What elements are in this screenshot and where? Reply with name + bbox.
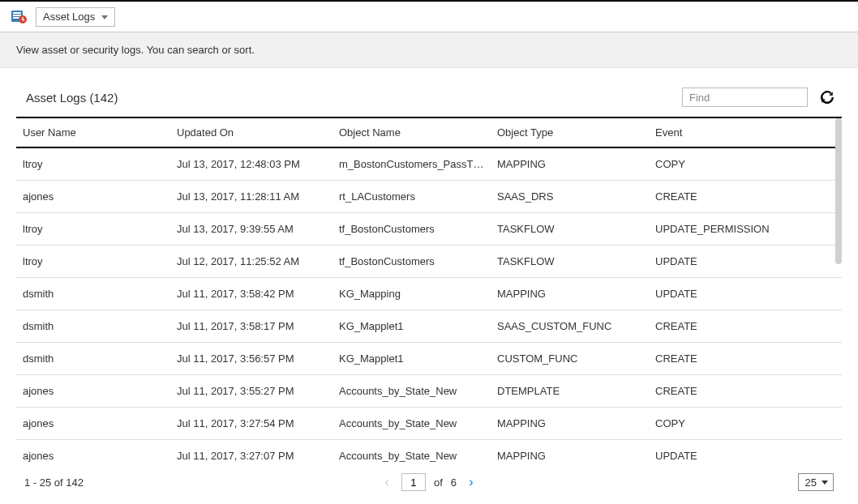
col-header-type[interactable]: Object Type (491, 118, 649, 147)
cell-user: dsmith (16, 278, 170, 310)
cell-event: CREATE (649, 310, 842, 343)
cell-type: MAPPING (491, 147, 649, 181)
col-header-object[interactable]: Object Name (332, 118, 491, 147)
cell-object: tf_BostonCustomers (332, 246, 491, 278)
cell-user: ajones (16, 181, 170, 213)
asset-logs-icon (11, 10, 29, 24)
cell-type: CUSTOM_FUNC (491, 343, 649, 375)
cell-event: UPDATE (649, 246, 842, 278)
cell-event: CREATE (649, 181, 842, 213)
table-row[interactable]: ltroyJul 13, 2017, 9:39:55 AMtf_BostonCu… (16, 213, 842, 246)
cell-event: UPDATE_PERMISSION (649, 213, 842, 246)
cell-object: Accounts_by_State_New (332, 408, 491, 440)
cell-object: m_BostonCustomers_PassThru (332, 147, 491, 181)
col-header-event[interactable]: Event (649, 118, 842, 147)
table-row[interactable]: dsmithJul 11, 2017, 3:56:57 PMKG_Mapplet… (16, 343, 842, 375)
table-row[interactable]: ajonesJul 11, 2017, 3:27:07 PMAccounts_b… (16, 440, 842, 464)
cell-type: SAAS_CUSTOM_FUNC (491, 310, 649, 343)
cell-updated: Jul 11, 2017, 3:56:57 PM (170, 343, 332, 375)
panel-title: Asset Logs (142) (23, 91, 118, 105)
panel-actions (682, 88, 835, 107)
table-row[interactable]: dsmithJul 11, 2017, 3:58:17 PMKG_Mapplet… (16, 310, 842, 343)
table-row[interactable]: ltroyJul 13, 2017, 12:48:03 PMm_BostonCu… (16, 147, 842, 181)
cell-event: CREATE (649, 375, 842, 408)
svg-rect-2 (13, 15, 21, 16)
table-row[interactable]: ajonesJul 11, 2017, 3:27:54 PMAccounts_b… (16, 408, 842, 440)
svg-rect-6 (22, 19, 24, 20)
cell-updated: Jul 13, 2017, 11:28:11 AM (170, 181, 332, 213)
scrollbar-thumb[interactable] (835, 118, 842, 264)
cell-type: MAPPING (491, 278, 649, 310)
pager-of-label: of (434, 476, 443, 489)
cell-updated: Jul 11, 2017, 3:58:17 PM (170, 310, 332, 343)
col-header-updated[interactable]: Updated On (170, 118, 332, 147)
cell-object: KG_Mapplet1 (332, 310, 491, 343)
svg-rect-1 (13, 12, 21, 14)
page-size-dropdown[interactable]: 25 (798, 473, 834, 491)
cell-user: ajones (16, 440, 170, 464)
pager: 1 - 25 of 142 ‹ of 6 › 25 (16, 463, 842, 499)
svg-rect-5 (22, 17, 23, 20)
cell-type: TASKFLOW (491, 246, 649, 278)
prev-page-button[interactable]: ‹ (380, 475, 393, 489)
cell-updated: Jul 11, 2017, 3:58:42 PM (170, 278, 332, 310)
logs-table: User Name Updated On Object Name Object … (16, 118, 842, 463)
cell-updated: Jul 12, 2017, 11:25:52 AM (170, 246, 332, 278)
cell-type: SAAS_DRS (491, 181, 649, 213)
cell-type: MAPPING (491, 408, 649, 440)
panel-header: Asset Logs (142) (16, 79, 842, 117)
cell-object: Accounts_by_State_New (332, 440, 491, 464)
next-page-button[interactable]: › (465, 475, 478, 489)
pager-total-pages: 6 (451, 476, 457, 489)
cell-type: DTEMPLATE (491, 375, 649, 408)
table-row[interactable]: ltroyJul 12, 2017, 11:25:52 AMtf_BostonC… (16, 246, 842, 278)
table-row[interactable]: dsmithJul 11, 2017, 3:58:42 PMKG_Mapping… (16, 278, 842, 310)
logs-panel: Asset Logs (142) User Name Updated O (16, 79, 842, 499)
cell-updated: Jul 13, 2017, 9:39:55 AM (170, 213, 332, 246)
cell-updated: Jul 13, 2017, 12:48:03 PM (170, 147, 332, 181)
cell-user: ltroy (16, 147, 170, 181)
cell-updated: Jul 11, 2017, 3:27:07 PM (170, 440, 332, 464)
sub-header-text: View asset or security logs. You can sea… (0, 32, 858, 68)
toolbar: Asset Logs (0, 2, 858, 32)
cell-event: UPDATE (649, 278, 842, 310)
cell-event: COPY (649, 147, 842, 181)
pager-controls: ‹ of 6 › (380, 473, 478, 491)
cell-type: TASKFLOW (491, 213, 649, 246)
cell-event: CREATE (649, 343, 842, 375)
cell-event: COPY (649, 408, 842, 440)
cell-updated: Jul 11, 2017, 3:27:54 PM (170, 408, 332, 440)
cell-object: KG_Mapping (332, 278, 491, 310)
cell-object: Accounts_by_State_New (332, 375, 491, 408)
log-type-dropdown[interactable]: Asset Logs (36, 7, 115, 27)
cell-user: ajones (16, 408, 170, 440)
cell-object: KG_Mapplet1 (332, 343, 491, 375)
cell-updated: Jul 11, 2017, 3:55:27 PM (170, 375, 332, 408)
log-type-selected: Asset Logs (43, 11, 95, 23)
cell-user: ltroy (16, 246, 170, 278)
table-scroll-area[interactable]: User Name Updated On Object Name Object … (16, 117, 842, 463)
table-header-row: User Name Updated On Object Name Object … (16, 118, 842, 147)
table-row[interactable]: ajonesJul 11, 2017, 3:55:27 PMAccounts_b… (16, 375, 842, 408)
table-row[interactable]: ajonesJul 13, 2017, 11:28:11 AMrt_LACust… (16, 181, 842, 213)
cell-event: UPDATE (649, 440, 842, 464)
cell-user: dsmith (16, 310, 170, 343)
cell-object: tf_BostonCustomers (332, 213, 491, 246)
pager-range-text: 1 - 25 of 142 (24, 476, 84, 489)
cell-type: MAPPING (491, 440, 649, 464)
cell-object: rt_LACustomers (332, 181, 491, 213)
page-size-value: 25 (805, 476, 817, 489)
cell-user: ltroy (16, 213, 170, 246)
refresh-icon (820, 90, 834, 105)
current-page-input[interactable] (401, 473, 426, 491)
cell-user: dsmith (16, 343, 170, 375)
find-input[interactable] (682, 88, 808, 107)
col-header-user[interactable]: User Name (16, 118, 170, 147)
refresh-button[interactable] (819, 89, 835, 105)
cell-user: ajones (16, 375, 170, 408)
